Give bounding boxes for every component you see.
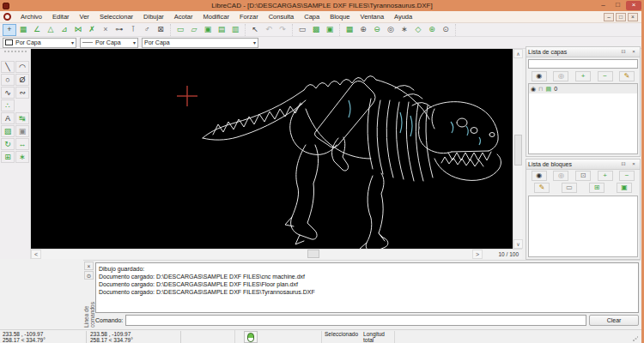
layer-filter-input[interactable] [528,59,638,69]
menu-bloque[interactable]: Bloque [325,11,355,22]
freehand-tool-button[interactable]: ∾ [15,87,29,99]
vertical-scrollbar[interactable]: ∧ ∨ [513,49,522,249]
scroll-up-button[interactable]: ∧ [513,49,523,58]
layer-row[interactable]: ◉⊓▤0 [529,84,637,93]
layer-panel-close-button[interactable]: × [629,48,638,56]
snap-distance-button[interactable]: ✗ [85,24,99,36]
grid-toggle-button[interactable]: ▦ [343,24,356,36]
menu-ver[interactable]: Ver [75,11,94,22]
pen-width-dropdown[interactable]: Por Capa▾ [80,38,138,48]
command-history[interactable]: Dibujo guardado:Documento cargado: D:\DE… [95,262,639,313]
layer-panel-float-button[interactable]: ⊡ [619,48,628,56]
horizontal-scroll-thumb[interactable] [307,250,319,258]
layer-panel-header[interactable]: Lista de capas ⊡ × [526,47,640,57]
spline-tool-button[interactable]: ∿ [1,87,15,99]
restrict-horizontal-button[interactable]: ⊶ [112,24,126,36]
layer-print-icon[interactable]: ▤ [546,86,552,92]
new-document-button[interactable]: ▭ [173,24,187,36]
pen-linetype-dropdown[interactable]: Por Capa▾ [142,38,258,48]
restrict-vertical-button[interactable]: ⊺ [126,24,140,36]
menu-seleccionar[interactable]: Seleccionar [94,11,138,22]
block-rename-button[interactable]: ✎ [534,183,550,193]
block-remove-button[interactable]: − [619,171,635,181]
menu-acotar[interactable]: Acotar [169,11,198,22]
snap-endpoint-button[interactable]: ∠ [30,24,44,36]
command-dock-pin-button[interactable]: ⊙ [84,271,94,280]
scroll-left-button[interactable]: < [31,250,41,259]
clear-button[interactable]: Clear [589,315,639,326]
toolbar-drag-handle[interactable] [4,51,27,52]
layer-remove-button[interactable]: − [598,71,613,81]
text-tool-button[interactable]: A [1,112,15,124]
layer-lock-icon[interactable]: ⊓ [538,86,543,92]
close-drawing-button[interactable]: ▭ [295,24,309,36]
snap-intersection-button[interactable]: × [99,24,112,36]
block-tool-button[interactable]: ⊞ [1,151,15,163]
cad-canvas[interactable] [31,49,513,249]
command-dock-close-button[interactable]: × [84,262,94,270]
mouse-hint-button[interactable] [244,331,258,343]
snap-free-button[interactable]: + [3,24,16,36]
open-document-button[interactable]: ▱ [187,24,201,36]
lock-relative-zero-button[interactable]: ⊠ [154,24,167,36]
resize-grip[interactable] [633,336,638,341]
modify-tool-button[interactable]: ↻ [1,138,15,150]
point-tool-button[interactable]: ∴ [1,99,15,111]
vertical-scroll-thumb[interactable] [514,135,522,165]
snap-on-entity-button[interactable]: △ [44,24,58,36]
layer-add-button[interactable]: + [575,71,591,81]
print-button[interactable]: ▤ [215,24,228,36]
zoom-out-button[interactable]: ⊖ [370,24,384,36]
explode-tool-button[interactable]: ∗ [15,151,29,163]
horizontal-scroll-track[interactable] [41,250,472,259]
dimension-tool-button[interactable]: ↹ [15,112,29,124]
block-list[interactable] [528,196,638,257]
menu-dibujar[interactable]: Dibujar [138,11,169,22]
menu-editar[interactable]: Editar [47,11,75,22]
block-panel-header[interactable]: Lista de bloques ⊡ × [526,159,640,170]
window-minimize-button[interactable]: – [597,1,610,10]
menu-consulta[interactable]: Consulta [264,11,300,22]
block-insert-button[interactable]: ⊞ [589,183,605,193]
menu-modificar[interactable]: Modificar [198,11,234,22]
layers-hide-all-button[interactable]: ◎ [553,71,568,81]
select-pointer-button[interactable]: ↖ [248,24,262,36]
circle-tool-button[interactable]: ○ [1,74,15,86]
mdi-restore-button[interactable]: □ [616,13,626,21]
snap-grid-button[interactable]: ▦ [16,24,30,36]
menu-capa[interactable]: Capa [299,11,325,22]
zoom-redraw-button[interactable]: ⊙ [439,24,453,36]
snap-middle-button[interactable]: ⋈ [71,24,85,36]
blocks-show-all-button[interactable]: ◉ [532,171,547,181]
window-new-button[interactable]: ▣ [323,24,337,36]
block-add-button[interactable]: + [598,171,613,181]
hatch-tool-button[interactable]: ▨ [1,125,15,137]
pen-color-dropdown[interactable]: Por Capa▾ [3,38,76,48]
layer-visible-icon[interactable]: ◉ [531,86,536,92]
zoom-window-button[interactable]: ◇ [411,24,425,36]
block-panel-float-button[interactable]: ⊡ [619,160,628,168]
snap-center-button[interactable]: ⊿ [58,24,71,36]
window-maximize-button[interactable]: □ [611,1,624,10]
menu-ventana[interactable]: Ventana [355,11,390,22]
measure-tool-button[interactable]: ↔ [15,138,29,150]
zoom-in-button[interactable]: ⊕ [356,24,370,36]
menu-archivo[interactable]: Archivo [15,11,47,22]
window-close-button[interactable]: × [626,1,641,10]
image-tool-button[interactable]: ▣ [15,125,29,137]
layer-edit-button[interactable]: ✎ [619,71,635,81]
print-preview-button[interactable]: ▥ [228,24,242,36]
save-document-button[interactable]: ▣ [201,24,215,36]
block-edit-button[interactable]: ▭ [562,183,577,193]
blocks-hide-all-button[interactable]: ◎ [553,171,568,181]
mdi-minimize-button[interactable]: – [604,13,614,21]
set-relative-zero-button[interactable]: ♂ [140,24,154,36]
block-panel-close-button[interactable]: × [629,160,638,168]
command-input[interactable] [125,315,586,326]
block-create-button[interactable]: ▣ [617,183,632,193]
redo-button[interactable]: ↷ [276,24,289,36]
ellipse-tool-button[interactable]: Ø [15,74,29,86]
zoom-pan-button[interactable]: ⊛ [425,24,439,36]
window-tile-button[interactable]: ▩ [309,24,323,36]
scroll-down-button[interactable]: ∨ [513,239,523,249]
